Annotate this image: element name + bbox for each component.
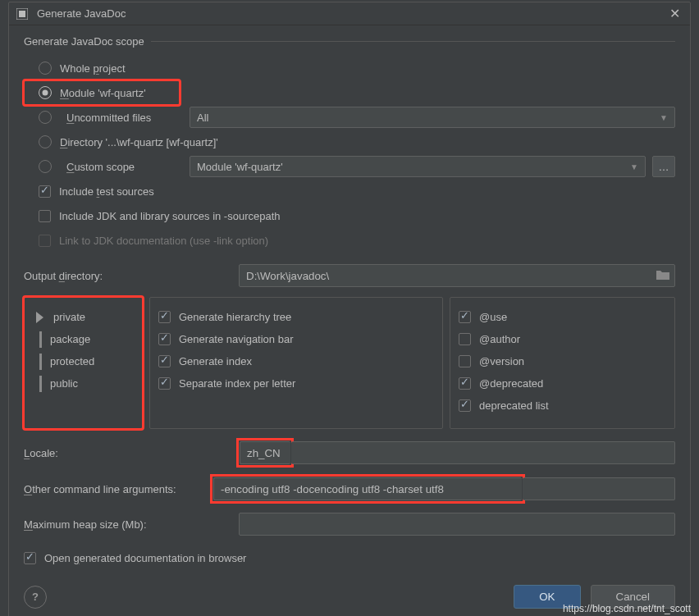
locale-row: Locale: [24, 440, 675, 465]
radio-custom-scope[interactable]: Custom scope Module 'wf-quartz' ▼ … [24, 154, 675, 179]
checkbox-icon [158, 355, 171, 367]
locale-highlight [239, 440, 291, 465]
checkbox-navbar[interactable]: Generate navigation bar [158, 328, 429, 350]
checkbox-hierarchy[interactable]: Generate hierarchy tree [158, 306, 429, 328]
checkbox-version[interactable]: @version [459, 350, 661, 372]
checkbox-icon [459, 311, 471, 323]
locale-input-ext[interactable] [291, 441, 675, 464]
visibility-label: package [50, 333, 90, 345]
heap-label: Maximum heap size (Mb): [24, 518, 239, 531]
heap-input[interactable] [239, 513, 675, 536]
checkbox-label: @author [479, 333, 520, 345]
radio-directory[interactable]: Directory '...\wf-quartz [wf-quartz]' [24, 130, 675, 154]
checkbox-separate-index[interactable]: Separate index per letter [158, 372, 429, 395]
locale-input[interactable] [240, 441, 290, 464]
radio-uncommitted[interactable]: Uncommitted files All ▼ [24, 105, 675, 130]
chevron-down-icon: ▼ [630, 162, 638, 171]
checkbox-label: Generate navigation bar [179, 333, 293, 345]
dropdown-value: Module 'wf-quartz' [197, 161, 283, 173]
radio-module[interactable]: Module 'wf-quartz' [24, 80, 180, 105]
radio-label: Directory '...\wf-quartz [wf-quartz]' [60, 136, 218, 148]
uncommitted-dropdown[interactable]: All ▼ [190, 107, 675, 128]
args-wrap [212, 477, 675, 501]
visibility-package[interactable]: package [33, 328, 129, 350]
checkbox-link-jdk: Link to JDK documentation (use -link opt… [24, 228, 675, 253]
checkbox-icon [39, 235, 51, 247]
gen-options-pane: Generate hierarchy tree Generate navigat… [149, 297, 443, 429]
checkbox-label: @use [479, 311, 507, 323]
dialog-content: Generate JavaDoc scope Whole project Mod… [9, 25, 690, 616]
titlebar[interactable]: Generate JavaDoc ✕ [9, 2, 690, 25]
visibility-pane[interactable]: private package protected public [24, 297, 143, 429]
slider-track-icon [39, 354, 42, 370]
chevron-down-icon: ▼ [660, 113, 668, 122]
visibility-label: public [50, 377, 78, 390]
output-directory-row: Output directory: [24, 264, 675, 287]
radio-icon [39, 62, 52, 75]
close-icon[interactable]: ✕ [666, 6, 683, 21]
folder-icon[interactable] [656, 269, 670, 282]
browse-scope-button[interactable]: … [652, 156, 675, 177]
dialog: Generate JavaDoc ✕ Generate JavaDoc scop… [8, 2, 691, 616]
output-directory-wrap [239, 264, 675, 287]
custom-scope-dropdown[interactable]: Module 'wf-quartz' ▼ [190, 156, 646, 177]
checkbox-deprecated[interactable]: @deprecated [459, 372, 661, 395]
visibility-label: private [53, 311, 85, 323]
visibility-label: protected [50, 355, 94, 367]
visibility-private[interactable]: private [33, 306, 129, 328]
radio-label: Whole project [60, 62, 126, 75]
help-button[interactable]: ? [24, 586, 47, 609]
dialog-title: Generate JavaDoc [37, 7, 666, 20]
args-input-ext[interactable] [523, 477, 675, 500]
args-label: Other command line arguments: [24, 483, 212, 495]
radio-label: Custom scope [66, 161, 183, 173]
checkbox-label: Separate index per letter [179, 377, 295, 390]
checkbox-icon [24, 552, 36, 564]
slider-track-icon [39, 331, 42, 348]
radio-icon [39, 86, 52, 99]
checkbox-use[interactable]: @use [459, 306, 661, 328]
args-input[interactable] [213, 477, 522, 500]
output-directory-input[interactable] [239, 264, 675, 287]
checkbox-include-tests[interactable]: Include test sources [24, 179, 675, 203]
visibility-public[interactable]: public [33, 372, 129, 395]
checkbox-deprecated-list[interactable]: deprecated list [459, 395, 661, 417]
visibility-protected[interactable]: protected [33, 350, 129, 372]
checkbox-label: Link to JDK documentation (use -link opt… [59, 235, 268, 247]
radio-icon [39, 111, 52, 124]
checkbox-label: Open generated documentation in browser [44, 552, 246, 564]
scope-legend: Generate JavaDoc scope [24, 35, 675, 48]
svg-rect-1 [19, 11, 25, 17]
heap-wrap [239, 513, 675, 536]
checkbox-icon [39, 185, 51, 198]
locale-wrap [239, 440, 675, 465]
checkbox-icon [158, 377, 171, 390]
radio-label: Uncommitted files [66, 112, 183, 124]
scope-legend-text: Generate JavaDoc scope [24, 35, 144, 48]
checkbox-label: @deprecated [479, 377, 543, 390]
checkbox-label: Generate hierarchy tree [179, 311, 291, 323]
divider [151, 41, 675, 42]
checkbox-icon [158, 333, 171, 345]
checkbox-author[interactable]: @author [459, 328, 661, 350]
checkbox-icon [459, 333, 471, 345]
checkbox-icon [459, 355, 471, 367]
radio-icon [39, 135, 52, 148]
slider-track-icon [39, 376, 42, 392]
checkbox-label: deprecated list [479, 399, 549, 412]
checkbox-include-jdk[interactable]: Include JDK and library sources in -sour… [24, 203, 675, 228]
output-directory-label: Output directory: [24, 270, 239, 282]
args-row: Other command line arguments: [24, 477, 675, 501]
checkbox-icon [39, 210, 51, 222]
checkbox-open-browser[interactable]: Open generated documentation in browser [24, 545, 675, 570]
args-highlight [212, 477, 523, 501]
radio-icon [39, 160, 52, 173]
checkbox-icon [459, 377, 471, 390]
checkbox-index[interactable]: Generate index [158, 350, 429, 372]
checkbox-icon [459, 399, 471, 412]
dropdown-value: All [197, 112, 208, 124]
checkbox-label: Generate index [179, 355, 252, 367]
app-icon [16, 7, 29, 21]
radio-whole-project[interactable]: Whole project [24, 56, 675, 80]
slider-thumb-icon [36, 312, 43, 323]
